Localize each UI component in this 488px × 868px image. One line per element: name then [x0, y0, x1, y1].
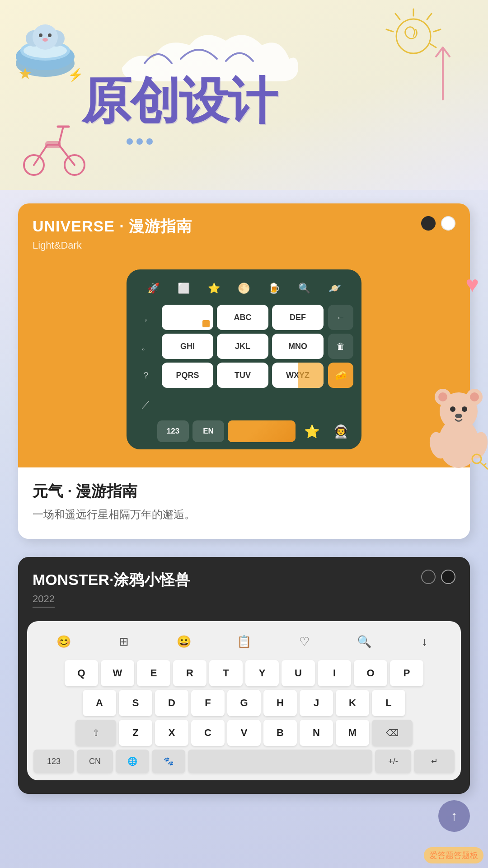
key-cn[interactable]: CN	[77, 750, 113, 773]
keyboard-row-asdf: A S D F G H J K L	[33, 690, 455, 716]
svg-point-30	[470, 392, 479, 401]
universe-card-tagline: 一场和遥远行星相隔万年的邂逅。	[33, 506, 455, 523]
key-n[interactable]: N	[300, 720, 333, 746]
key-empty[interactable]	[162, 305, 213, 330]
key-q[interactable]: Q	[65, 660, 98, 686]
monster-toolbar-emoji-icon: 😀	[173, 630, 195, 653]
key-def[interactable]: DEF	[272, 305, 324, 330]
toolbar-drink-icon: 🍺	[264, 278, 284, 298]
monster-toolbar-clipboard-icon: 📋	[233, 630, 255, 653]
svg-point-7	[39, 33, 42, 37]
svg-line-38	[483, 463, 486, 466]
monster-toolbar-grid-icon: ⊞	[113, 630, 135, 653]
svg-point-33	[455, 414, 462, 418]
toolbar-planet-icon: 🪐	[324, 278, 344, 298]
monster-keyboard: 😊 ⊞ 😀 📋 ♡ 🔍 ↓ Q W E R T Y U	[27, 621, 461, 780]
key-h[interactable]: H	[263, 690, 297, 716]
key-en[interactable]: EN	[192, 420, 224, 442]
key-l[interactable]: L	[372, 690, 405, 716]
svg-line-13	[427, 14, 432, 19]
keyboard-toolbar: 🚀 ⬜ ⭐ 🌕 🍺 🔍 🪐	[135, 278, 353, 298]
key-globe[interactable]: 🌐	[116, 750, 149, 773]
svg-point-31	[450, 406, 455, 412]
monster-keyboard-bg: 😊 ⊞ 😀 📋 ♡ 🔍 ↓ Q W E R T Y U	[18, 617, 470, 794]
svg-point-29	[438, 392, 447, 401]
toolbar-star-icon: ⭐	[204, 278, 224, 298]
key-monster-emoji[interactable]: 🐾	[152, 750, 185, 773]
key-c[interactable]: C	[191, 720, 225, 746]
arrow-decoration	[429, 41, 456, 104]
scooter-decoration	[23, 118, 86, 176]
key-abc[interactable]: ABC	[217, 305, 268, 330]
key-space[interactable]	[228, 420, 296, 442]
key-star-emoji[interactable]: ⭐	[299, 420, 324, 442]
svg-text:★: ★	[18, 65, 32, 82]
key-x[interactable]: X	[155, 720, 188, 746]
key-m[interactable]: M	[336, 720, 369, 746]
key-space-monster[interactable]	[188, 750, 372, 773]
svg-rect-24	[45, 141, 61, 148]
key-delete[interactable]: 🗑	[328, 334, 353, 359]
key-t[interactable]: T	[209, 660, 243, 686]
key-jkl[interactable]: JKL	[217, 334, 268, 359]
key-k[interactable]: K	[336, 690, 369, 716]
toolbar-square-icon: ⬜	[174, 278, 193, 298]
monster-toolbar-search-icon: 🔍	[353, 630, 375, 653]
key-f[interactable]: F	[191, 690, 225, 716]
key-mno[interactable]: MNO	[272, 334, 324, 359]
key-d[interactable]: D	[155, 690, 188, 716]
toolbar-search-icon: 🔍	[295, 278, 314, 298]
monster-card-title: MONSTER·涂鸦小怪兽	[33, 570, 455, 590]
key-j[interactable]: J	[300, 690, 333, 716]
key-p[interactable]: P	[390, 660, 423, 686]
key-cheese[interactable]: 🧀	[328, 363, 353, 388]
watermark: 爱答题答题板	[424, 847, 483, 863]
toolbar-moon-icon: 🌕	[234, 278, 254, 298]
universe-keyboard-preview: 🚀 ⬜ ⭐ 🌕 🍺 🔍 🪐 ， 。 ？ ／	[18, 260, 470, 467]
key-e[interactable]: E	[137, 660, 170, 686]
key-r[interactable]: R	[173, 660, 206, 686]
key-shift[interactable]: ⇧	[75, 720, 116, 746]
key-tuv[interactable]: TUV	[217, 363, 268, 388]
key-g[interactable]: G	[227, 690, 261, 716]
key-z[interactable]: Z	[119, 720, 152, 746]
dot-dark	[421, 216, 436, 231]
key-return[interactable]: ↵	[414, 750, 455, 773]
keyboard-left-chars: ， 。 ？ ／	[135, 305, 157, 417]
svg-text:⚡: ⚡	[68, 67, 81, 82]
monster-dot-outline	[421, 570, 436, 584]
svg-point-8	[48, 33, 52, 37]
key-plusminus[interactable]: +/-	[375, 750, 411, 773]
key-s[interactable]: S	[119, 690, 152, 716]
key-backspace[interactable]: ←	[328, 305, 353, 330]
key-v[interactable]: V	[227, 720, 261, 746]
key-w[interactable]: W	[101, 660, 134, 686]
key-a[interactable]: A	[83, 690, 116, 716]
key-pqrs[interactable]: PQRS	[162, 363, 213, 388]
universe-card: UNIVERSE · 漫游指南 Light&Dark 🚀 ⬜ ⭐ 🌕 🍺 🔍 🪐	[18, 203, 470, 539]
key-i[interactable]: I	[318, 660, 351, 686]
universe-card-name: 元气 · 漫游指南	[33, 481, 455, 502]
key-y[interactable]: Y	[245, 660, 279, 686]
universe-card-title: UNIVERSE · 漫游指南	[33, 216, 455, 237]
universe-card-description: 元气 · 漫游指南 一场和遥远行星相隔万年的邂逅。	[18, 467, 470, 539]
key-astronaut-emoji[interactable]: 👨‍🚀	[328, 420, 353, 442]
monster-card: MONSTER·涂鸦小怪兽 2022 😊 ⊞ 😀 📋 ♡ 🔍 ↓	[18, 557, 470, 794]
monster-toolbar-down-icon: ↓	[413, 630, 436, 653]
char-period: 。	[135, 334, 157, 359]
key-123[interactable]: 123	[157, 420, 189, 442]
key-backspace-monster[interactable]: ⌫	[372, 720, 413, 746]
key-b[interactable]: B	[263, 720, 297, 746]
key-123-monster[interactable]: 123	[33, 750, 74, 773]
universe-card-header: UNIVERSE · 漫游指南 Light&Dark	[18, 203, 470, 260]
main-title: 原创设计	[81, 68, 277, 135]
keyboard-main-keys: ABC DEF GHI JKL MNO PQRS TUV WXYZ	[162, 305, 324, 417]
key-ghi[interactable]: GHI	[162, 334, 213, 359]
monster-toolbar-heart-icon: ♡	[293, 630, 315, 653]
key-o[interactable]: O	[354, 660, 387, 686]
svg-line-16	[395, 14, 400, 19]
keyboard-bottom-monster: 123 CN 🌐 🐾 +/- ↵	[33, 750, 455, 773]
key-u[interactable]: U	[282, 660, 315, 686]
scroll-up-button[interactable]: ↑	[438, 800, 470, 832]
key-wxyz[interactable]: WXYZ	[272, 363, 324, 388]
